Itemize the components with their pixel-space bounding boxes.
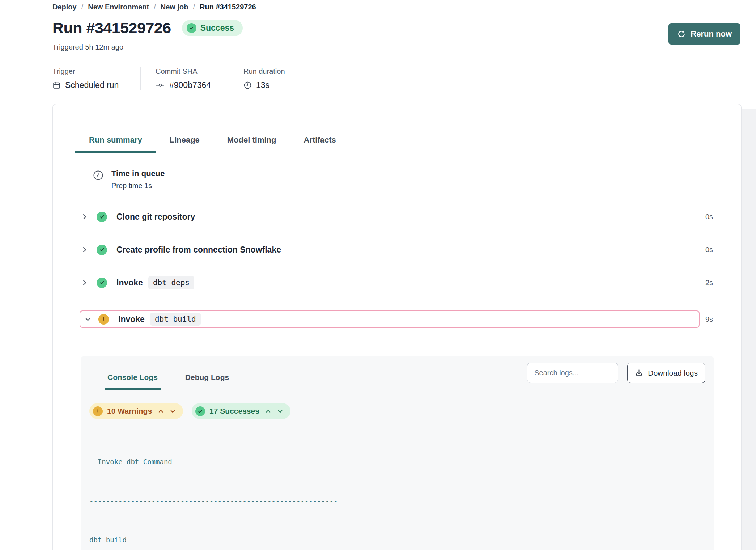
step-row-clone-git[interactable]: Clone git repository 0s xyxy=(75,200,723,233)
warnings-prev-chevron-up-icon[interactable] xyxy=(158,408,164,414)
step-row-create-profile[interactable]: Create profile from connection Snowflake… xyxy=(75,233,723,266)
successes-badge-label: 17 Successes xyxy=(209,407,259,415)
duration-info: Run duration 13s xyxy=(230,67,300,90)
chevron-right-icon[interactable] xyxy=(81,213,89,221)
download-icon xyxy=(635,369,643,377)
tab-artifacts[interactable]: Artifacts xyxy=(290,135,350,152)
commit-label: Commit SHA xyxy=(156,67,216,76)
step-title: Create profile from connection Snowflake xyxy=(116,245,281,255)
breadcrumb-separator: / xyxy=(154,3,156,11)
log-separator: ----------------------------------------… xyxy=(89,494,705,507)
status-badge-label: Success xyxy=(200,23,234,33)
tab-bar: Run summary Lineage Model timing Artifac… xyxy=(75,135,723,152)
breadcrumb-job[interactable]: New job xyxy=(161,3,188,11)
prep-time-link[interactable]: Prep time 1s xyxy=(111,182,152,190)
log-filter-badges: 10 Warnings 17 Successes xyxy=(89,403,705,419)
success-check-icon xyxy=(97,278,107,288)
clock-icon xyxy=(93,169,104,190)
success-check-icon xyxy=(195,406,205,416)
breadcrumb-environment[interactable]: New Environment xyxy=(88,3,149,11)
success-check-icon xyxy=(187,23,196,33)
successes-next-chevron-down-icon[interactable] xyxy=(277,408,283,414)
log-command-header: Invoke dbt Command xyxy=(89,455,705,468)
rerun-now-button[interactable]: Rerun now xyxy=(668,23,740,45)
commit-value: #900b7364 xyxy=(156,80,216,90)
calendar-icon xyxy=(52,81,61,89)
download-logs-button[interactable]: Download logs xyxy=(627,363,705,383)
download-button-label: Download logs xyxy=(648,369,698,377)
step-duration: 9s xyxy=(705,315,713,323)
breadcrumb-current-run: Run #341529726 xyxy=(200,3,256,11)
log-panel: Console Logs Debug Logs Download logs xyxy=(81,356,714,550)
warning-icon xyxy=(93,406,103,416)
step-duration: 0s xyxy=(705,213,713,221)
warnings-badge[interactable]: 10 Warnings xyxy=(89,403,183,419)
duration-label: Run duration xyxy=(243,67,285,76)
chevron-right-icon[interactable] xyxy=(81,246,89,254)
trigger-value: Scheduled run xyxy=(52,80,126,90)
run-info-row: Trigger Scheduled run Commit SHA #900b73… xyxy=(52,67,742,90)
page-title: Run #341529726 xyxy=(52,19,171,37)
breadcrumb-deploy[interactable]: Deploy xyxy=(52,3,77,11)
rerun-button-label: Rerun now xyxy=(691,29,732,39)
tab-debug-logs[interactable]: Debug Logs xyxy=(185,368,229,389)
trigger-info: Trigger Scheduled run xyxy=(52,67,140,90)
status-badge: Success xyxy=(182,20,243,36)
time-in-queue-title: Time in queue xyxy=(111,169,165,178)
step-duration: 2s xyxy=(705,279,713,287)
warning-icon xyxy=(98,314,109,325)
step-title: Invoke xyxy=(118,314,145,324)
chevron-right-icon[interactable] xyxy=(81,279,89,287)
tab-lineage[interactable]: Lineage xyxy=(156,135,213,152)
page-header: Deploy / New Environment / New job / Run… xyxy=(0,0,756,90)
clock-icon xyxy=(243,81,252,89)
commit-info: Commit SHA #900b7364 xyxy=(140,67,230,90)
successes-prev-chevron-up-icon[interactable] xyxy=(265,408,271,414)
breadcrumb-separator: / xyxy=(81,3,84,11)
chevron-down-icon[interactable] xyxy=(84,315,92,323)
command-chip: dbt build xyxy=(150,313,201,326)
success-check-icon xyxy=(97,212,107,222)
command-chip: dbt deps xyxy=(148,276,194,289)
step-title: Clone git repository xyxy=(116,212,195,222)
breadcrumb: Deploy / New Environment / New job / Run… xyxy=(52,3,742,11)
step-row-dbt-deps[interactable]: Invoke dbt deps 2s xyxy=(75,266,723,299)
step-title: Invoke xyxy=(116,278,143,288)
log-header: Console Logs Debug Logs Download logs xyxy=(89,363,705,389)
warnings-badge-label: 10 Warnings xyxy=(107,407,152,415)
rerun-icon xyxy=(677,30,686,38)
console-log-output: Invoke dbt Command ---------------------… xyxy=(89,429,705,550)
triggered-timestamp: Triggered 5h 12m ago xyxy=(52,43,742,51)
search-logs-input[interactable] xyxy=(527,363,618,383)
tab-console-logs[interactable]: Console Logs xyxy=(107,368,158,389)
log-controls: Download logs xyxy=(527,363,705,383)
commit-icon xyxy=(156,81,165,89)
log-tabs: Console Logs Debug Logs xyxy=(89,368,256,389)
warnings-next-chevron-down-icon[interactable] xyxy=(170,408,176,414)
duration-value: 13s xyxy=(243,80,285,90)
time-in-queue-section: Time in queue Prep time 1s xyxy=(75,169,723,190)
successes-badge[interactable]: 17 Successes xyxy=(192,403,290,419)
expanded-step-dbt-build[interactable]: Invoke dbt build xyxy=(80,310,700,328)
tab-model-timing[interactable]: Model timing xyxy=(213,135,290,152)
page-background-gutter xyxy=(742,109,756,550)
step-row-dbt-build: Invoke dbt build 9s xyxy=(75,299,723,339)
title-row: Run #341529726 Success xyxy=(52,19,742,37)
run-summary-card: Run summary Lineage Model timing Artifac… xyxy=(52,104,742,550)
breadcrumb-separator: / xyxy=(193,3,195,11)
tab-run-summary[interactable]: Run summary xyxy=(75,135,156,152)
success-check-icon xyxy=(97,245,107,255)
trigger-label: Trigger xyxy=(52,67,126,76)
log-command: dbt build xyxy=(89,533,705,546)
step-duration: 0s xyxy=(705,246,713,254)
